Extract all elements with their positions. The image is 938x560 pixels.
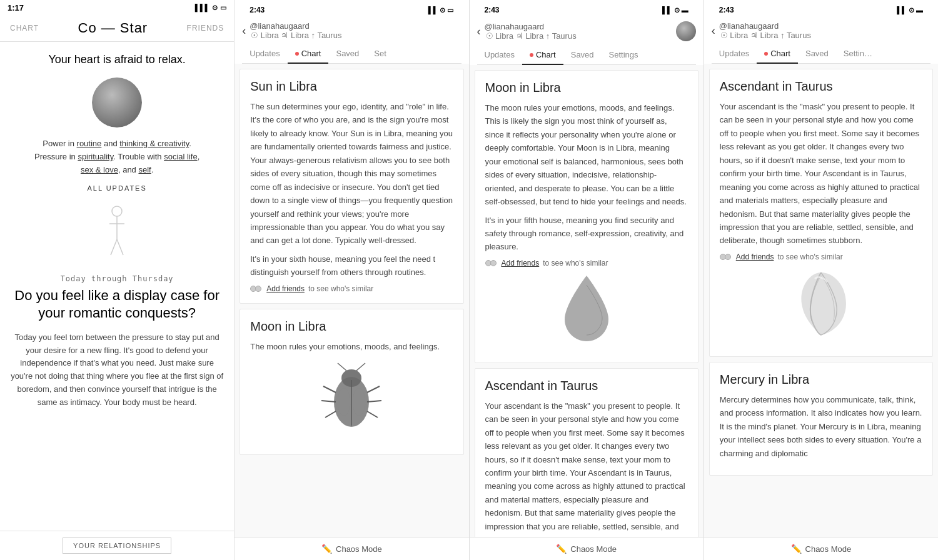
spirituality-link[interactable]: spirituality [78, 152, 113, 161]
status-bar-3: 2:43 ▌▌ ⊙ ▬ [477, 2, 696, 18]
user-info-2: ‹ @lianahaugaard ☉ Libra ♃ Libra ↑ Tauru… [242, 18, 461, 42]
daily-question: Do you feel like a display case for your… [10, 287, 224, 322]
add-friends-link-asc-4[interactable]: Add friends [736, 252, 774, 261]
chaos-mode-label-4[interactable]: Chaos Mode [805, 544, 852, 554]
username-3: @lianahaugaard [485, 22, 577, 31]
creativity-link[interactable]: thinking & creativity [119, 139, 189, 148]
power-text: Power in routine and thinking & creativi… [34, 138, 199, 176]
your-relationships-label[interactable]: YOUR RELATIONSHIPS [63, 538, 171, 554]
svg-line-15 [356, 363, 365, 371]
sun-in-libra-card: Sun in Libra The sun determines your ego… [240, 69, 463, 304]
tab-saved-2[interactable]: Saved [328, 44, 366, 63]
add-friends-link-moon-3[interactable]: Add friends [502, 259, 540, 268]
sex-love-link[interactable]: sex & love [81, 165, 118, 174]
wifi-icon: ⊙ [212, 4, 218, 12]
tab-settings-4[interactable]: Settin… [836, 44, 880, 63]
tab-chart-3[interactable]: Chart [522, 45, 563, 64]
self-link[interactable]: self [138, 165, 151, 174]
svg-line-3 [111, 239, 117, 255]
mercury-libra-card-4: Mercury in Libra Mercury determines how … [709, 362, 933, 476]
avatar [92, 78, 142, 128]
back-button-4[interactable]: ‹ [712, 24, 715, 38]
social-link[interactable]: social life [164, 152, 197, 161]
routine-link[interactable]: routine [77, 139, 102, 148]
moon-libra-title-2: Moon in Libra [250, 319, 453, 334]
chart-body-4: Ascendant in Taurus Your ascendant is th… [704, 64, 938, 537]
figure-icon [104, 205, 129, 261]
app-title: Co — Star [78, 20, 148, 36]
back-button-3[interactable]: ‹ [477, 25, 481, 38]
tab-saved-4[interactable]: Saved [798, 44, 836, 63]
mercury-libra-p1-4: Mercury determines how you communicate, … [720, 393, 922, 460]
tab-set-2[interactable]: Set [366, 44, 394, 63]
add-friends-icon [250, 285, 263, 292]
panel-chart-4: 2:43 ▌▌ ⊙ ▬ ‹ @lianahaugaard ☉ Libra ♃ L… [704, 0, 938, 560]
user-info-3: ‹ @lianahaugaard ☉ Libra ♃ Libra ↑ Tauru… [477, 18, 696, 44]
svg-line-11 [367, 386, 380, 392]
chart-dot-3 [530, 53, 533, 57]
time-2: 2:43 [250, 6, 265, 14]
tab-updates-2[interactable]: Updates [242, 44, 287, 63]
sun-libra-p1: The sun determines your ego, identity, a… [250, 100, 453, 248]
chaos-bar-3: ✏️ Chaos Mode [470, 537, 704, 560]
svg-line-13 [367, 411, 378, 418]
chaos-mode-label-2[interactable]: Chaos Mode [336, 544, 382, 554]
panel-chart-3: 2:43 ▌▌ ⊙ ▬ ‹ @lianahaugaard ☉ Libra ♃ L… [470, 0, 704, 560]
tab-updates-4[interactable]: Updates [712, 44, 757, 63]
ascendant-taurus-p1-4: Your ascendant is the "mask" you present… [720, 100, 922, 248]
signs-2: ☉ Libra ♃ Libra ↑ Taurus [251, 31, 341, 40]
chaos-icon-2: ✏️ [321, 544, 332, 554]
date-label: Today through Thursday [61, 274, 174, 283]
ascendant-taurus-title-4: Ascendant in Taurus [720, 79, 922, 94]
ascendant-taurus-title-3: Ascendant in Taurus [485, 379, 688, 393]
tab-updates-3[interactable]: Updates [477, 45, 522, 64]
username-2: @lianahaugaard [250, 21, 341, 31]
add-friends-icon-asc-4 [720, 253, 732, 261]
moon-libra-p2-3: It's in your fifth house, meaning you fi… [485, 214, 688, 254]
status-icons-1: ▌▌▌ ⊙ ▭ [195, 4, 226, 12]
nav-tabs-4: Updates Chart Saved Settin… [712, 44, 930, 64]
time-4: 2:43 [719, 6, 734, 14]
signal-icon: ▌▌▌ [195, 4, 209, 11]
avatar-image [92, 78, 142, 128]
status-icons-4: ▌▌ ⊙ ▬ [897, 6, 923, 14]
daily-description: Today you feel torn between the pressure… [10, 331, 224, 409]
shell-image [720, 266, 922, 341]
friends-button[interactable]: Friends [187, 24, 224, 32]
chaos-mode-label-3[interactable]: Chaos Mode [570, 544, 617, 554]
bottom-bar-1: YOUR RELATIONSHIPS [0, 531, 234, 560]
chart-label: Chart [10, 24, 39, 32]
add-friends-row-asc-4: Add friends to see who's similar [720, 252, 922, 261]
teardrop-image [485, 272, 688, 348]
moon-libra-p1-2: The moon rules your emotions, moods, and… [250, 340, 453, 353]
tab-chart-4[interactable]: Chart [757, 44, 798, 63]
add-friends-text-asc-4: to see who's similar [777, 252, 842, 261]
tab-saved-3[interactable]: Saved [563, 45, 602, 64]
svg-line-10 [325, 411, 336, 418]
chaos-bar-2: ✏️ Chaos Mode [234, 537, 468, 560]
mercury-libra-title-4: Mercury in Libra [720, 372, 922, 387]
chart-header-2: 2:43 ▌▌ ⊙ ▭ ‹ @lianahaugaard ☉ Libra ♃ L… [234, 0, 468, 64]
add-friends-row-sun: Add friends to see who's similar [250, 284, 453, 293]
moon-libra-card-3: Moon in Libra The moon rules your emotio… [475, 70, 698, 363]
user-info-4: ‹ @lianahaugaard ☉ Libra ♃ Libra ↑ Tauru… [712, 18, 930, 42]
status-bar-1: 1:17 ▌▌▌ ⊙ ▭ [0, 0, 234, 15]
tab-chart-2[interactable]: Chart [288, 44, 329, 63]
moon-libra-p1-3: The moon rules your emotions, moods, and… [485, 101, 688, 209]
status-bar-4: 2:43 ▌▌ ⊙ ▬ [712, 2, 930, 18]
ascendant-taurus-p1-3: Your ascendant is the "mask" you present… [485, 399, 688, 537]
tab-settings-3[interactable]: Settings [602, 45, 646, 64]
svg-point-0 [112, 206, 122, 216]
chart-body-3: Moon in Libra The moon rules your emotio… [470, 65, 704, 537]
teardrop-icon [555, 272, 618, 348]
all-updates-button[interactable]: ALL UPDATES [87, 184, 146, 192]
nav-tabs-3: Updates Chart Saved Settings [477, 45, 696, 65]
moon-libra-title-3: Moon in Libra [485, 81, 688, 95]
moon-in-libra-card-2: Moon in Libra The moon rules your emotio… [240, 309, 463, 455]
time-3: 2:43 [485, 6, 500, 14]
chaos-icon-4: ✏️ [791, 544, 802, 554]
shell-icon [787, 266, 855, 341]
add-friends-link-sun[interactable]: Add friends [266, 284, 305, 293]
back-button-2[interactable]: ‹ [242, 24, 246, 38]
ascendant-taurus-card-3: Ascendant in Taurus Your ascendant is th… [475, 368, 698, 537]
